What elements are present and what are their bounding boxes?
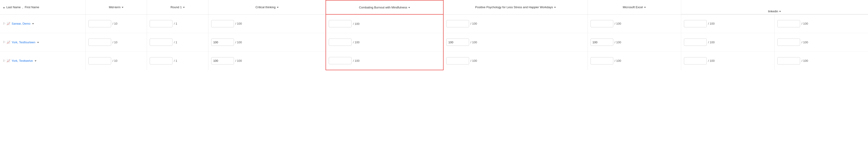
input-critical-sarwar[interactable] <box>211 20 234 27</box>
input-round1-york14[interactable] <box>150 38 173 46</box>
student-link-york14[interactable]: York, Testfourteen <box>11 40 35 44</box>
divider-round1-york14: / 1 <box>174 40 177 44</box>
col-header-burnout[interactable]: Combating Burnout with Mindfulness <box>326 0 443 14</box>
input-excel-york14[interactable] <box>590 38 613 46</box>
input-midterm-sarwar[interactable] <box>88 20 111 27</box>
input-midterm-york12[interactable] <box>88 57 111 64</box>
cell-burnout-york14: / 100 <box>326 33 443 52</box>
flag-icon: ⚐ <box>3 59 6 63</box>
divider-round1-sarwar: / 1 <box>174 22 177 25</box>
col-header-round1[interactable]: Round 1 <box>147 0 209 14</box>
input-linkedin2-sarwar[interactable] <box>777 20 800 27</box>
input-critical-york14[interactable] <box>211 38 234 46</box>
chart-icon: 📈 <box>7 40 10 44</box>
input-midterm-york14[interactable] <box>88 38 111 46</box>
divider-positive-york12: / 100 <box>470 59 477 62</box>
divider-critical-york14: / 100 <box>235 40 242 44</box>
chevron-burnout-icon <box>408 7 410 8</box>
col-round1-label: Round 1 <box>170 5 182 9</box>
divider-linkedin2-sarwar: / 100 <box>802 22 808 25</box>
cell-name-york12: ⚐ 📈 York, Testtwelve <box>0 52 86 70</box>
cell-round1-york14: / 1 <box>147 33 209 52</box>
cell-positive-sarwar: / 100 <box>443 14 588 33</box>
table-row: ⚐ 📈 Sarwar, Demo / 10 <box>0 14 868 33</box>
flag-icon: ⚐ <box>3 40 6 44</box>
cell-positive-york14: / 100 <box>443 33 588 52</box>
divider-burnout-york14: / 100 <box>353 40 360 44</box>
cell-burnout-york12: / 100 <box>326 52 443 70</box>
cell-linkedin2-sarwar: / 100 <box>775 14 868 33</box>
cell-linkedin1-york14: / 100 <box>681 33 774 52</box>
cell-positive-york12: / 100 <box>443 52 588 70</box>
input-positive-york12[interactable] <box>446 57 469 64</box>
input-positive-york14[interactable] <box>446 38 469 46</box>
student-link-york12[interactable]: York, Testtwelve <box>11 59 33 62</box>
flag-icon: ⚐ <box>3 22 6 26</box>
divider-excel-sarwar: / 100 <box>615 22 621 25</box>
cell-round1-sarwar: / 1 <box>147 14 209 33</box>
col-header-linkedin-group[interactable]: linkedin <box>681 0 868 14</box>
chevron-midterm-icon <box>122 7 123 8</box>
divider-midterm-york14: / 10 <box>113 40 118 44</box>
divider-round1-york12: / 1 <box>174 59 177 62</box>
chevron-york14-icon[interactable] <box>37 42 39 43</box>
input-excel-york12[interactable] <box>590 57 613 64</box>
divider-critical-york12: / 100 <box>235 59 242 62</box>
sort-name-icon: ▲ <box>3 6 5 9</box>
table-row: ⚐ 📈 York, Testfourteen / 10 <box>0 33 868 52</box>
input-round1-sarwar[interactable] <box>150 20 173 27</box>
chevron-york12-icon[interactable] <box>35 60 36 62</box>
col-critical-label: Critical thinking <box>255 5 275 9</box>
divider-positive-york14: / 100 <box>470 40 477 44</box>
chart-icon: 📈 <box>7 22 10 25</box>
cell-midterm-sarwar: / 10 <box>86 14 147 33</box>
col-header-midterm[interactable]: Mid-term <box>86 0 147 14</box>
input-linkedin1-york14[interactable] <box>684 38 707 46</box>
chevron-excel-icon <box>644 7 646 8</box>
cell-excel-york12: / 100 <box>588 52 681 70</box>
cell-critical-york14: / 100 <box>208 33 326 52</box>
divider-positive-sarwar: / 100 <box>470 22 477 25</box>
input-linkedin1-york12[interactable] <box>684 57 707 64</box>
input-linkedin1-sarwar[interactable] <box>684 20 707 27</box>
input-burnout-sarwar[interactable] <box>329 20 351 27</box>
col-header-critical[interactable]: Critical thinking <box>208 0 326 14</box>
header-top-row: ▲ Last Name , First Name Mid-term Round … <box>0 0 868 14</box>
input-linkedin2-york14[interactable] <box>777 38 800 46</box>
student-link-sarwar[interactable]: Sarwar, Demo <box>11 22 30 25</box>
input-round1-york12[interactable] <box>150 57 173 64</box>
col-linkedin-label: linkedin <box>768 9 778 13</box>
col-header-excel[interactable]: Microsoft Excel <box>588 0 681 14</box>
cell-linkedin1-york12: / 100 <box>681 52 774 70</box>
col-header-name[interactable]: ▲ Last Name , First Name <box>0 0 86 14</box>
chevron-linkedin-icon <box>779 11 781 12</box>
col-firstname-label: First Name <box>25 5 39 9</box>
divider-burnout-york12: / 100 <box>353 59 360 62</box>
cell-round1-york12: / 1 <box>147 52 209 70</box>
col-name-label: Last Name <box>6 5 21 9</box>
col-midterm-label: Mid-term <box>109 5 121 9</box>
col-name-separator: , <box>22 5 23 9</box>
input-burnout-york12[interactable] <box>329 57 351 64</box>
chevron-positive-icon <box>554 7 556 8</box>
divider-linkedin2-york14: / 100 <box>802 40 808 44</box>
cell-excel-sarwar: / 100 <box>588 14 681 33</box>
input-positive-sarwar[interactable] <box>446 20 469 27</box>
cell-midterm-york12: / 10 <box>86 52 147 70</box>
divider-linkedin1-sarwar: / 100 <box>708 22 715 25</box>
cell-midterm-york14: / 10 <box>86 33 147 52</box>
divider-excel-york14: / 100 <box>615 40 621 44</box>
input-excel-sarwar[interactable] <box>590 20 613 27</box>
cell-name-sarwar: ⚐ 📈 Sarwar, Demo <box>0 14 86 33</box>
col-burnout-label: Combating Burnout with Mindfulness <box>359 6 407 9</box>
input-burnout-york14[interactable] <box>329 38 351 46</box>
col-header-positive[interactable]: Positive Psychology for Less Stress and … <box>443 0 588 14</box>
col-positive-label: Positive Psychology for Less Stress and … <box>475 5 553 9</box>
input-linkedin2-york12[interactable] <box>777 57 800 64</box>
input-critical-york12[interactable] <box>211 57 234 64</box>
divider-critical-sarwar: / 100 <box>235 22 242 25</box>
cell-name-york14: ⚐ 📈 York, Testfourteen <box>0 33 86 52</box>
divider-midterm-sarwar: / 10 <box>113 22 118 25</box>
divider-midterm-york12: / 10 <box>113 59 118 62</box>
chevron-sarwar-icon[interactable] <box>32 23 34 24</box>
